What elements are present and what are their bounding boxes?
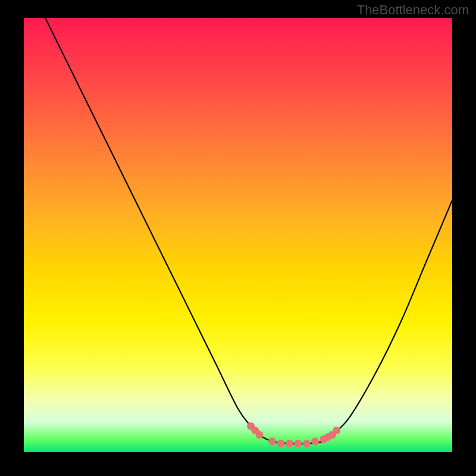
- watermark-text: TheBottleneck.com: [357, 2, 469, 18]
- bottleneck-curve-line: [45, 18, 452, 444]
- marker-dot: [294, 440, 302, 447]
- marker-dot: [303, 440, 311, 447]
- marker-dot: [286, 440, 293, 447]
- chart-plot-area: [24, 18, 452, 452]
- marker-dot: [256, 431, 264, 439]
- marker-dot: [277, 440, 285, 447]
- marker-dot: [268, 437, 276, 445]
- chart-svg: [24, 18, 452, 452]
- marker-dot: [311, 437, 319, 445]
- marker-dot: [333, 427, 340, 434]
